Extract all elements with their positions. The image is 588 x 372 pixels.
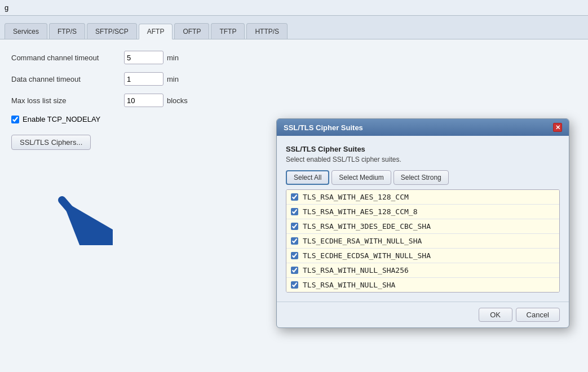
select-all-button[interactable]: Select All xyxy=(286,170,329,185)
ssl-tls-ciphers-button[interactable]: SSL/TLS Ciphers... xyxy=(11,135,91,150)
cancel-button[interactable]: Cancel xyxy=(516,308,560,322)
select-strong-button[interactable]: Select Strong xyxy=(394,170,449,185)
data-channel-timeout-unit: min xyxy=(167,75,179,83)
top-bar-title: g xyxy=(5,3,8,12)
cipher-checkbox-1[interactable] xyxy=(291,208,298,215)
cipher-checkbox-0[interactable] xyxy=(291,193,298,201)
command-channel-timeout-unit: min xyxy=(167,54,179,62)
cipher-checkbox-6[interactable] xyxy=(291,281,298,289)
tcp-nodelay-checkbox[interactable] xyxy=(11,116,19,123)
data-channel-timeout-row: Data channel timeout ▲ ▼ min xyxy=(11,72,577,86)
cipher-item: TLS_RSA_WITH_3DES_EDE_CBC_SHA xyxy=(286,219,559,234)
max-loss-list-size-unit: blocks xyxy=(167,96,188,105)
cipher-item: TLS_RSA_WITH_AES_128_CCM xyxy=(286,190,559,205)
select-medium-button[interactable]: Select Medium xyxy=(331,170,391,185)
tab-oftp[interactable]: OFTP xyxy=(174,23,209,39)
ssl-tls-modal: SSL/TLS Cipher Suites ✕ SSL/TLS Cipher S… xyxy=(276,118,569,328)
cipher-checkbox-4[interactable] xyxy=(291,252,298,259)
command-channel-timeout-row: Command channel timeout ▲ ▼ min xyxy=(11,51,577,64)
cipher-name-6: TLS_RSA_WITH_NULL_SHA xyxy=(303,281,395,289)
cipher-checkbox-3[interactable] xyxy=(291,237,298,245)
command-channel-timeout-field[interactable] xyxy=(125,52,163,63)
arrow-indicator xyxy=(45,189,113,245)
max-loss-list-size-row: Max loss list size ▲ ▼ blocks xyxy=(11,94,577,107)
modal-section-desc: Select enabled SSL/TLS cipher suites. xyxy=(286,156,560,163)
cipher-item: TLS_ECDHE_ECDSA_WITH_NULL_SHA xyxy=(286,249,559,263)
cipher-name-1: TLS_RSA_WITH_AES_128_CCM_8 xyxy=(303,207,418,216)
data-channel-timeout-label: Data channel timeout xyxy=(11,75,124,83)
cipher-item: TLS_RSA_WITH_NULL_SHA256 xyxy=(286,263,559,278)
cipher-checkbox-2[interactable] xyxy=(291,223,298,230)
modal-close-button[interactable]: ✕ xyxy=(553,123,562,132)
tab-ftps[interactable]: FTP/S xyxy=(49,23,85,39)
cipher-checkbox-5[interactable] xyxy=(291,267,298,274)
cipher-name-4: TLS_ECDHE_ECDSA_WITH_NULL_SHA xyxy=(303,251,431,260)
max-loss-list-size-label: Max loss list size xyxy=(11,96,124,105)
ok-button[interactable]: OK xyxy=(479,308,512,322)
modal-footer: OK Cancel xyxy=(277,302,569,327)
command-channel-timeout-label: Command channel timeout xyxy=(11,54,124,62)
tcp-nodelay-label: Enable TCP_NODELAY xyxy=(23,115,100,123)
top-bar: g xyxy=(0,0,588,16)
tab-services[interactable]: Services xyxy=(5,23,47,39)
modal-section-title: SSL/TLS Cipher Suites xyxy=(286,145,560,153)
cipher-item: TLS_RSA_WITH_AES_128_CCM_8 xyxy=(286,205,559,219)
cipher-name-3: TLS_ECDHE_RSA_WITH_NULL_SHA xyxy=(303,237,422,245)
svg-line-1 xyxy=(62,200,96,240)
cipher-item: TLS_RSA_WITH_NULL_SHA xyxy=(286,278,559,292)
cipher-name-0: TLS_RSA_WITH_AES_128_CCM xyxy=(303,193,409,201)
tab-https[interactable]: HTTP/S xyxy=(246,23,288,39)
modal-title: SSL/TLS Cipher Suites xyxy=(284,123,363,132)
modal-body: SSL/TLS Cipher Suites Select enabled SSL… xyxy=(277,136,569,302)
command-channel-timeout-input[interactable]: ▲ ▼ min xyxy=(124,51,179,64)
cipher-list: TLS_RSA_WITH_AES_128_CCMTLS_RSA_WITH_AES… xyxy=(286,189,560,293)
max-loss-list-size-field[interactable] xyxy=(125,95,163,106)
cipher-name-2: TLS_RSA_WITH_3DES_EDE_CBC_SHA xyxy=(303,222,431,231)
cipher-item: TLS_ECDHE_RSA_WITH_NULL_SHA xyxy=(286,234,559,249)
tab-aftp[interactable]: AFTP xyxy=(139,24,173,39)
tab-sftpscp[interactable]: SFTP/SCP xyxy=(87,23,137,39)
data-channel-timeout-input[interactable]: ▲ ▼ min xyxy=(124,72,179,86)
tab-tftp[interactable]: TFTP xyxy=(211,23,245,39)
selection-buttons-row: Select All Select Medium Select Strong xyxy=(286,170,560,185)
cipher-name-5: TLS_RSA_WITH_NULL_SHA256 xyxy=(303,266,409,274)
max-loss-list-size-input[interactable]: ▲ ▼ blocks xyxy=(124,94,188,107)
tabs-bar: Services FTP/S SFTP/SCP AFTP OFTP TFTP H… xyxy=(0,16,588,39)
main-content: Command channel timeout ▲ ▼ min Data cha… xyxy=(0,39,588,372)
data-channel-timeout-field[interactable] xyxy=(125,74,163,85)
modal-header: SSL/TLS Cipher Suites ✕ xyxy=(277,119,569,136)
